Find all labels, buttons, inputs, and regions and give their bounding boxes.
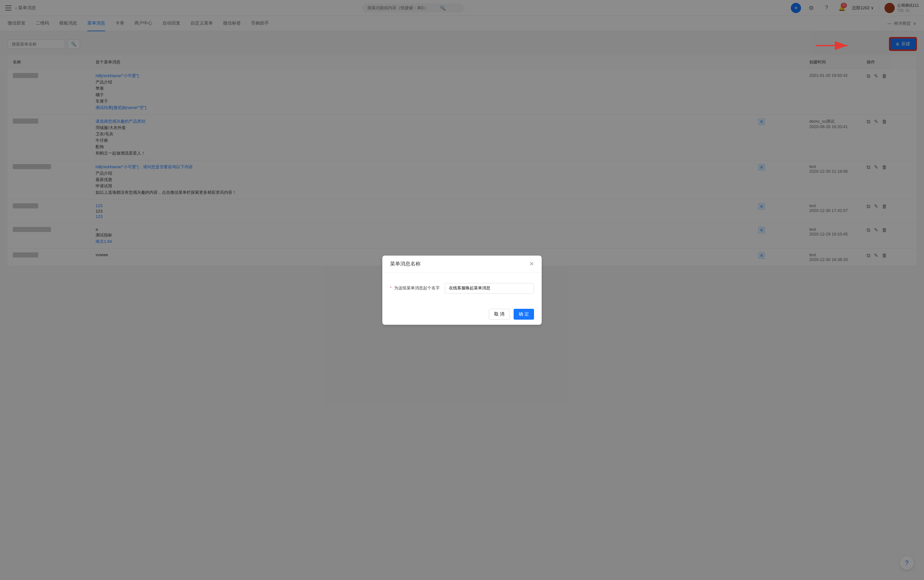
modal: 菜单消息名称 ✕ * 为这组菜单消息起个名字 取 消 确 定: [382, 255, 542, 273]
modal-title: 菜单消息名称: [390, 261, 421, 267]
red-arrow-svg: [815, 38, 854, 54]
modal-overlay[interactable]: 菜单消息名称 ✕ * 为这组菜单消息起个名字 取 消 确 定: [0, 0, 924, 272]
modal-close-button[interactable]: ✕: [529, 261, 534, 267]
modal-header: 菜单消息名称 ✕: [382, 255, 542, 273]
arrow-container: [815, 38, 854, 54]
